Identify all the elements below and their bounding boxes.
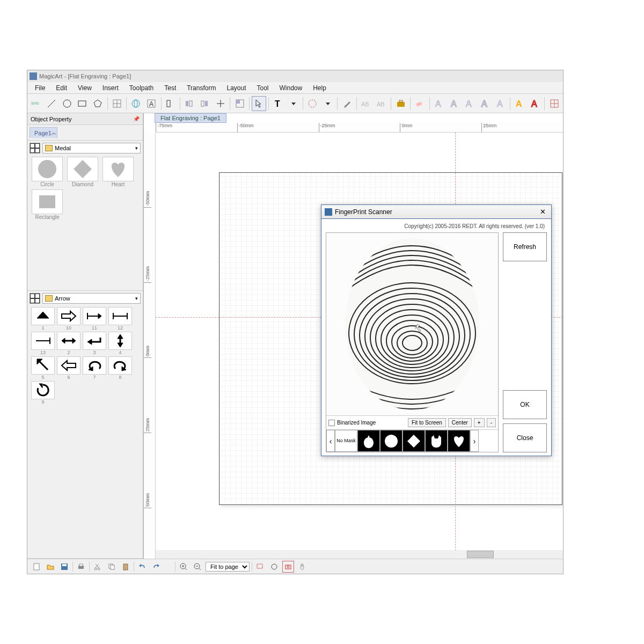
menu-layout[interactable]: Layout [221,83,251,93]
grid-tool-button[interactable] [109,96,124,111]
save-file-icon[interactable] [58,561,70,573]
pin-icon[interactable]: 📌 [133,116,140,122]
arrow-dropdown[interactable]: Arrow ▾ [42,293,141,304]
zoom-all-icon[interactable] [268,561,280,573]
line-tool-button[interactable] [45,96,59,111]
rect-tool-button[interactable] [75,96,90,111]
paste-icon[interactable] [120,561,131,573]
fit-to-screen-button[interactable]: Fit to Screen [408,418,446,427]
menu-help[interactable]: Help [308,83,332,93]
zoom-out-button[interactable]: - [487,418,496,427]
redo-icon[interactable] [150,561,162,573]
menu-file[interactable]: File [30,83,50,93]
fingerprint-image[interactable] [326,233,498,415]
arrow-5[interactable]: 5 [31,356,55,380]
medal-dropdown[interactable]: Medal ▾ [42,143,141,153]
menu-view[interactable]: View [72,83,97,93]
arrow-1[interactable]: 1 [31,307,55,331]
menu-toolpath[interactable]: Toolpath [124,83,159,93]
open-file-icon[interactable] [45,561,56,573]
pen-tool-button[interactable] [340,96,354,111]
arrow-11[interactable]: 11 [82,307,107,331]
menu-edit[interactable]: Edit [50,83,72,93]
font-a3-button[interactable]: A [463,96,477,111]
arrow-12[interactable]: 12 [108,307,133,331]
zoom-in-status-icon[interactable] [178,561,189,573]
print-icon[interactable] [75,561,87,573]
arrow-13[interactable]: 13 [31,332,55,355]
text-a-button[interactable]: A [144,96,159,111]
font-a5-button[interactable]: A [493,96,508,111]
polygon-tool-button[interactable] [91,96,105,111]
close-button[interactable]: Close [503,423,547,452]
zoom-in-button[interactable]: + [474,418,485,427]
menu-tool[interactable]: Tool [252,83,274,93]
font-a4-button[interactable]: A [478,96,493,111]
arrow-4[interactable]: 4 [108,332,133,355]
undo-icon[interactable] [136,561,148,573]
group-right-button[interactable] [198,96,213,111]
mask-diamond[interactable] [402,430,425,452]
font-a2-button[interactable]: A [447,96,462,111]
shape-heart[interactable]: Heart [101,157,135,187]
text-dropdown-button[interactable] [286,96,301,111]
arrow-9[interactable]: 9 [31,381,55,405]
ellipse-tool-button[interactable] [60,96,74,111]
text-style-button[interactable]: AB [359,96,374,111]
arrow-10[interactable]: 10 [56,307,81,331]
select-tool-button[interactable] [252,96,266,111]
dialog-titlebar[interactable]: FingerPrint Scanner ✕ [321,205,551,219]
align-left-button[interactable] [163,96,178,111]
font-a1-button[interactable]: A [432,96,447,111]
mask-prev-button[interactable]: ‹ [326,430,335,452]
mask-heart[interactable] [448,430,470,452]
cut-icon[interactable] [92,561,104,573]
close-icon[interactable]: ✕ [537,207,548,217]
arrow-3[interactable]: 3 [82,332,107,355]
capture-icon[interactable] [282,561,294,573]
page-tab[interactable]: Page1 ︽ [30,127,57,138]
center-guides-button[interactable] [547,96,561,111]
grid-config-button[interactable] [232,96,247,111]
arrow-8[interactable]: 8 [108,356,133,380]
font-red-button[interactable]: A [528,96,543,111]
arrow-2[interactable]: 2 [56,332,81,355]
view-grid-icon[interactable] [30,143,40,153]
view-grid-icon[interactable] [30,293,40,304]
globe-tool-button[interactable] [129,96,143,111]
move-tool-button[interactable] [214,96,228,111]
mask-apple[interactable] [357,430,380,452]
text-tool-button[interactable]: T [271,96,286,111]
mask-circle[interactable] [380,430,402,452]
zoom-out-status-icon[interactable] [192,561,203,573]
group-left-button[interactable] [182,96,197,111]
zoom-selection-icon[interactable] [254,561,266,573]
briefcase-button[interactable] [393,96,408,111]
center-button[interactable]: Center [448,418,472,427]
menu-transform[interactable]: Transform [181,83,221,93]
circular-dropdown-button[interactable] [321,96,335,111]
text-case-button[interactable]: AB [375,96,389,111]
font-warn-button[interactable]: A [513,96,527,111]
scrollbar-horizontal[interactable] [156,550,563,559]
svg-import-button[interactable]: SVG [29,96,43,111]
shape-circle[interactable]: Circle [31,157,64,187]
arrow-6[interactable]: 6 [56,356,81,380]
zoom-select[interactable]: Fit to page [206,562,250,572]
shape-diamond[interactable]: Diamond [66,157,99,187]
document-tab[interactable]: Flat Engraving : Page1 [155,113,226,123]
mask-next-button[interactable]: › [470,430,479,452]
circular-text-button[interactable] [305,96,320,111]
ok-button[interactable]: OK [503,390,547,419]
menu-window[interactable]: Window [274,83,308,93]
menu-test[interactable]: Test [159,83,181,93]
binarized-checkbox[interactable] [328,420,335,426]
shape-rectangle[interactable]: Rectangle [31,189,64,220]
refresh-button[interactable]: Refresh [503,232,547,261]
new-file-icon[interactable] [31,561,42,573]
no-mask-button[interactable]: No Mask [335,430,357,452]
mask-cat[interactable] [425,430,448,452]
eraser-button[interactable] [413,96,427,111]
copy-icon[interactable] [106,561,118,573]
arrow-7[interactable]: 7 [82,356,107,380]
